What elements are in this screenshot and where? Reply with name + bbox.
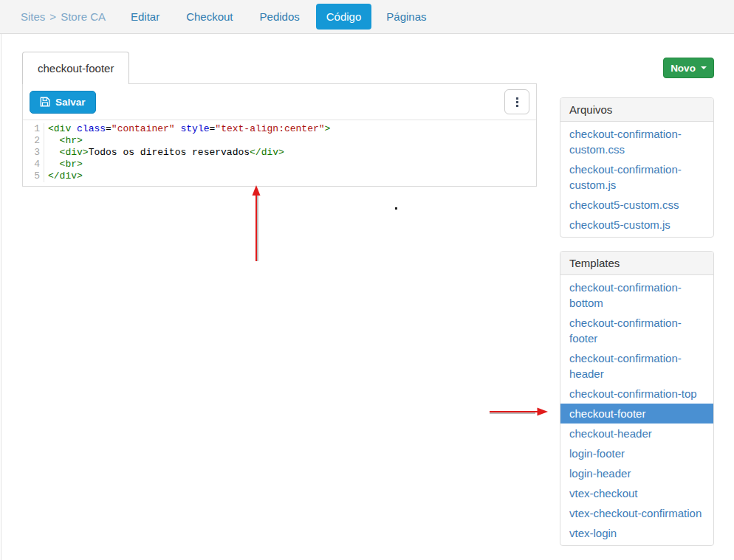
nav-item-codigo[interactable]: Código: [316, 4, 372, 30]
code-line[interactable]: </div>: [48, 170, 536, 182]
files-list: checkout-confirmation-custom.csscheckout…: [560, 122, 713, 237]
template-link-checkout-header[interactable]: checkout-header: [560, 424, 713, 443]
line-number: 3: [23, 147, 40, 159]
page-left-edge: [1, 34, 1, 560]
line-number: 4: [23, 159, 40, 170]
files-panel-title: Arquivos: [560, 98, 713, 122]
code-lines: <div class="container" style="text-align…: [44, 123, 536, 182]
template-link-checkout-footer[interactable]: checkout-footer: [560, 404, 713, 424]
code-line[interactable]: <hr>: [48, 135, 536, 147]
caret-down-icon: [701, 66, 707, 69]
code-line[interactable]: <div>Todos os direitos reservados</div>: [48, 147, 536, 159]
file-link-checkout-confirmation-custom-css[interactable]: checkout-confirmation-custom.css: [560, 124, 713, 159]
templates-panel-title: Templates: [560, 252, 713, 275]
save-button-label: Salvar: [55, 97, 86, 108]
top-navigation: Sites > Store CA EditarCheckoutPedidosCó…: [0, 0, 734, 34]
nav-item-pedidos[interactable]: Pedidos: [258, 4, 301, 30]
line-number: 5: [23, 170, 40, 182]
template-link-checkout-confirmation-top[interactable]: checkout-confirmation-top: [560, 384, 713, 404]
more-options-button[interactable]: [504, 89, 529, 114]
tab-label: checkout-footer: [38, 62, 114, 75]
annotation-arrow-up: [253, 185, 261, 261]
nav-item-paginas[interactable]: Páginas: [385, 4, 428, 30]
line-number: 1: [23, 123, 40, 135]
tab-checkout-footer[interactable]: checkout-footer: [22, 52, 129, 84]
template-link-vtex-login[interactable]: vtex-login: [560, 523, 713, 543]
template-link-vtex-checkout[interactable]: vtex-checkout: [560, 483, 713, 503]
breadcrumb-separator: >: [49, 10, 56, 23]
new-button[interactable]: Novo: [663, 58, 714, 78]
nav-item-editar[interactable]: Editar: [129, 4, 161, 30]
files-panel: Arquivos checkout-confirmation-custom.cs…: [560, 97, 714, 238]
template-link-login-header[interactable]: login-header: [560, 463, 713, 483]
breadcrumb-store-link[interactable]: Store CA: [61, 10, 106, 23]
code-line[interactable]: <div class="container" style="text-align…: [48, 123, 536, 135]
code-editor-panel: Salvar 12345 <div class="container" styl…: [22, 83, 537, 187]
code-editor[interactable]: 12345 <div class="container" style="text…: [23, 120, 536, 186]
template-link-checkout-confirmation-footer[interactable]: checkout-confirmation-footer: [560, 313, 713, 348]
code-gutter: 12345: [23, 123, 44, 182]
code-line[interactable]: <br>: [48, 159, 536, 170]
template-link-checkout-confirmation-header[interactable]: checkout-confirmation-header: [560, 348, 713, 384]
save-button[interactable]: Salvar: [30, 91, 96, 114]
file-link-checkout5-custom-css[interactable]: checkout5-custom.css: [560, 195, 713, 215]
annotation-arrow-right: [490, 408, 548, 416]
kebab-menu-icon: [516, 97, 518, 107]
templates-panel: Templates checkout-confirmation-bottomch…: [560, 251, 714, 546]
line-number: 2: [23, 135, 40, 147]
templates-list: checkout-confirmation-bottomcheckout-con…: [560, 275, 713, 545]
editor-toolbar: Salvar: [23, 84, 536, 120]
file-link-checkout-confirmation-custom-js[interactable]: checkout-confirmation-custom.js: [560, 159, 713, 195]
breadcrumb-sites-link[interactable]: Sites: [21, 10, 45, 23]
template-link-login-footer[interactable]: login-footer: [560, 443, 713, 463]
annotation-dot: [395, 207, 397, 210]
breadcrumb: Sites > Store CA: [21, 10, 106, 23]
new-button-label: Novo: [670, 63, 696, 74]
nav-item-checkout[interactable]: Checkout: [185, 4, 234, 30]
file-link-checkout5-custom-js[interactable]: checkout5-custom.js: [560, 215, 713, 235]
template-link-vtex-checkout-confirmation[interactable]: vtex-checkout-confirmation: [560, 503, 713, 523]
save-icon: [40, 97, 50, 107]
nav-items: EditarCheckoutPedidosCódigoPáginas: [129, 4, 452, 30]
template-link-checkout-confirmation-bottom[interactable]: checkout-confirmation-bottom: [560, 277, 713, 313]
